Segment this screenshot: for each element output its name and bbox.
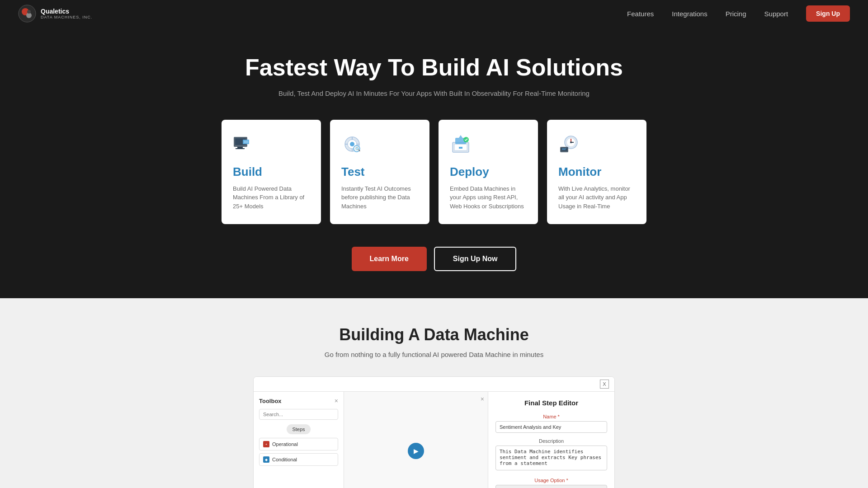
build-icon [233, 133, 255, 155]
demo-body: Toolbox × Steps + Operational ◆ [254, 392, 614, 488]
demo-canvas: × ▶ [344, 392, 488, 488]
toolbox-close[interactable]: × [335, 397, 338, 404]
svg-rect-22 [459, 147, 462, 149]
demo-toolbox-panel: Toolbox × Steps + Operational ◆ [254, 392, 344, 488]
toolbox-header: Toolbox × [259, 397, 338, 404]
step-conditional[interactable]: ◆ Conditional [259, 453, 338, 466]
steps-button[interactable]: Steps [287, 424, 310, 434]
name-field: Name * [495, 414, 607, 433]
svg-rect-7 [236, 148, 245, 149]
usage-label: Usage Option * [495, 478, 607, 483]
toolbox-search[interactable] [259, 409, 338, 420]
learn-more-button[interactable]: Learn More [352, 247, 427, 271]
card-build-desc: Build AI Powered Data Machines From a Li… [233, 184, 310, 211]
building-subtitle: Go from nothing to a fully functional AI… [18, 351, 850, 358]
usage-required: * [566, 478, 568, 483]
svg-point-26 [570, 141, 572, 143]
nav-pricing[interactable]: Pricing [726, 10, 746, 18]
hero-signup-button[interactable]: Sign Up Now [434, 247, 517, 271]
step-operational[interactable]: + Operational [259, 438, 338, 450]
card-build-title: Build [233, 165, 310, 179]
name-input[interactable] [495, 421, 607, 433]
card-deploy-title: Deploy [450, 165, 527, 179]
card-monitor: Monitor With Live Analytics, monitor all… [547, 120, 646, 225]
card-deploy-desc: Embed Data Machines in your Apps using R… [450, 184, 527, 211]
canvas-close[interactable]: × [481, 395, 484, 403]
svg-rect-9 [244, 141, 248, 143]
building-title: Building A Data Machine [18, 325, 850, 344]
play-button[interactable]: ▶ [408, 443, 424, 459]
logo-subtitle: DATA MACHINES, INC. [41, 15, 92, 19]
usage-select[interactable]: Run Data Machine using [495, 485, 607, 488]
logo-name: Qualetics [41, 8, 92, 15]
cta-buttons: Learn More Sign Up Now [18, 247, 850, 271]
svg-text:🔍: 🔍 [355, 146, 361, 152]
card-monitor-desc: With Live Analytics, monitor all your AI… [558, 184, 635, 211]
demo-top-bar: X [254, 377, 614, 392]
nav-links: Features Integrations Pricing Support Si… [627, 5, 850, 22]
description-field: Description This Data Machine identifies… [495, 438, 607, 472]
feature-cards: Build Build AI Powered Data Machines Fro… [18, 120, 850, 225]
card-test-title: Test [341, 165, 418, 179]
usage-field: Usage Option * Run Data Machine using [495, 478, 607, 488]
card-deploy: Deploy Embed Data Machines in your Apps … [439, 120, 538, 225]
hero-subtitle: Build, Test And Deploy AI In Minutes For… [18, 89, 850, 97]
test-icon: 🔍 [341, 133, 363, 155]
card-test-desc: Instantly Test AI Outcomes before publis… [341, 184, 418, 211]
deploy-icon [450, 133, 472, 155]
name-label: Name * [495, 414, 607, 419]
logo[interactable]: Qualetics DATA MACHINES, INC. [18, 5, 92, 23]
svg-point-3 [27, 10, 31, 14]
nav-integrations[interactable]: Integrations [672, 10, 707, 18]
monitor-icon [558, 133, 580, 155]
navbar: Qualetics DATA MACHINES, INC. Features I… [0, 0, 868, 27]
navbar-signup-button[interactable]: Sign Up [806, 5, 850, 22]
hero-title: Fastest Way To Build AI Solutions [18, 54, 850, 81]
name-required: * [558, 414, 560, 419]
step-conditional-label: Conditional [272, 457, 297, 462]
demo-editor-panel: Final Step Editor Name * Description Thi… [488, 392, 614, 488]
svg-rect-6 [237, 147, 243, 148]
step-operational-label: Operational [272, 441, 298, 447]
card-build: Build Build AI Powered Data Machines Fro… [222, 120, 321, 225]
description-label: Description [495, 438, 607, 444]
card-monitor-title: Monitor [558, 165, 635, 179]
nav-support[interactable]: Support [764, 10, 788, 18]
editor-title: Final Step Editor [495, 399, 607, 407]
toolbox-title: Toolbox [259, 398, 282, 404]
nav-features[interactable]: Features [627, 10, 654, 18]
logo-icon [18, 5, 36, 23]
hero-section: Fastest Way To Build AI Solutions Build,… [0, 27, 868, 298]
building-section: Building A Data Machine Go from nothing … [0, 298, 868, 488]
demo-main-close[interactable]: X [600, 380, 609, 389]
card-test: 🔍 Test Instantly Test AI Outcomes before… [330, 120, 429, 225]
description-textarea[interactable]: This Data Machine identifies sentiment a… [495, 446, 607, 470]
demo-container: X Toolbox × Steps + Operational [253, 376, 615, 488]
svg-point-12 [350, 142, 354, 146]
